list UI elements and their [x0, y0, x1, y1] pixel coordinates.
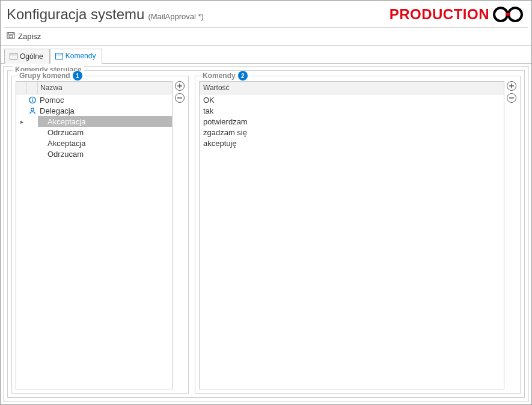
command-row[interactable]: tak	[200, 105, 504, 116]
panel-groups-legend-text: Grupy komend	[19, 72, 70, 80]
groups-list: Nazwa PomocDelegacja▸AkceptacjaOdrzucamA…	[16, 81, 173, 389]
blank-icon	[27, 138, 38, 148]
group-row[interactable]: Odrzucam	[16, 148, 172, 159]
panels-row: Grupy komend 1 Nazwa PomocDelegacja▸Akce…	[11, 76, 521, 394]
tab-commands[interactable]: Komendy	[50, 49, 103, 64]
svg-point-9	[31, 108, 34, 111]
expander	[16, 127, 27, 138]
expander	[16, 148, 27, 159]
commands-side-buttons	[504, 81, 516, 389]
save-icon	[7, 31, 15, 41]
add-command-button[interactable]	[507, 81, 516, 91]
title-left: Konfiguracja systemu (MailApproval *)	[7, 6, 204, 23]
commands-list: Wartość OKtakpotwierdzamzgadzam sięakcep…	[199, 81, 504, 389]
environment-label: PRODUCTION	[390, 6, 489, 23]
header-col-name: Nazwa	[38, 82, 172, 94]
blank-icon	[27, 116, 38, 127]
expander	[16, 94, 27, 105]
command-row[interactable]: OK	[200, 94, 504, 105]
svg-point-1	[509, 8, 522, 21]
save-button-label: Zapisz	[18, 32, 41, 41]
folder-icon	[10, 53, 17, 59]
title-right: PRODUCTION	[390, 5, 525, 23]
page-subtitle: (MailApproval *)	[148, 12, 203, 21]
blank-icon	[27, 127, 38, 138]
tabs: Ogólne Komendy	[1, 46, 531, 64]
svg-rect-4	[8, 32, 13, 34]
group-name: Pomoc	[38, 94, 172, 105]
badge-2: 2	[238, 71, 248, 81]
groups-side-buttons	[173, 81, 185, 389]
expander	[16, 138, 27, 148]
command-row[interactable]: akceptuję	[200, 138, 504, 148]
remove-group-button[interactable]	[175, 93, 185, 103]
title-bar: Konfiguracja systemu (MailApproval *) PR…	[1, 1, 531, 27]
header-col-icon	[27, 82, 38, 94]
page-title: Konfiguracja systemu	[7, 6, 144, 23]
remove-command-button[interactable]	[507, 93, 516, 103]
app-window: Konfiguracja systemu (MailApproval *) PR…	[0, 0, 532, 405]
svg-point-0	[494, 8, 507, 21]
logo-icon	[492, 5, 525, 23]
command-row[interactable]: zgadzam się	[200, 127, 504, 138]
groups-header: Nazwa	[16, 82, 172, 94]
group-name: Delegacja	[38, 105, 172, 116]
expander	[16, 105, 27, 116]
panel-groups-legend: Grupy komend 1	[17, 71, 85, 81]
svg-point-8	[32, 97, 33, 99]
blank-icon	[27, 148, 38, 159]
panel-commands-legend-text: Komendy	[203, 72, 236, 80]
group-name: Akceptacja	[38, 116, 172, 127]
person-icon	[27, 105, 38, 116]
panel-commands-legend: Komendy 2	[200, 71, 250, 81]
content-area: Komendy sterujące Grupy komend 1 Nazwa	[3, 66, 529, 402]
add-group-button[interactable]	[175, 81, 185, 91]
groups-body[interactable]: PomocDelegacja▸AkceptacjaOdrzucamAkcepta…	[16, 94, 172, 389]
commands-header: Wartość	[200, 82, 504, 94]
expander[interactable]: ▸	[16, 116, 27, 127]
fieldset-commands: Komendy sterujące Grupy komend 1 Nazwa	[7, 70, 525, 398]
svg-rect-5	[9, 35, 13, 38]
tab-general-label: Ogólne	[20, 52, 43, 61]
command-row[interactable]: potwierdzam	[200, 116, 504, 127]
group-name: Akceptacja	[38, 138, 172, 148]
group-row[interactable]: Odrzucam	[16, 127, 172, 138]
group-name: Odrzucam	[38, 127, 172, 138]
commands-body[interactable]: OKtakpotwierdzamzgadzam sięakceptuję	[200, 94, 504, 389]
group-row[interactable]: Delegacja	[16, 105, 172, 116]
group-row[interactable]: ▸Akceptacja	[16, 116, 172, 127]
tab-commands-label: Komendy	[66, 52, 96, 60]
toolbar: Zapisz	[1, 28, 531, 46]
badge-1: 1	[73, 71, 82, 81]
info-icon	[27, 94, 38, 105]
panel-groups: Grupy komend 1 Nazwa PomocDelegacja▸Akce…	[11, 76, 189, 394]
header-col-expander	[16, 82, 27, 94]
group-name: Odrzucam	[38, 148, 172, 159]
group-row[interactable]: Akceptacja	[16, 138, 172, 148]
panel-commands: Komendy 2 Wartość OKtakpotwierdzamzgadza…	[195, 76, 521, 394]
group-row[interactable]: Pomoc	[16, 94, 172, 105]
list-icon	[55, 53, 63, 59]
save-button[interactable]: Zapisz	[7, 31, 41, 41]
tab-general[interactable]: Ogólne	[4, 49, 50, 64]
